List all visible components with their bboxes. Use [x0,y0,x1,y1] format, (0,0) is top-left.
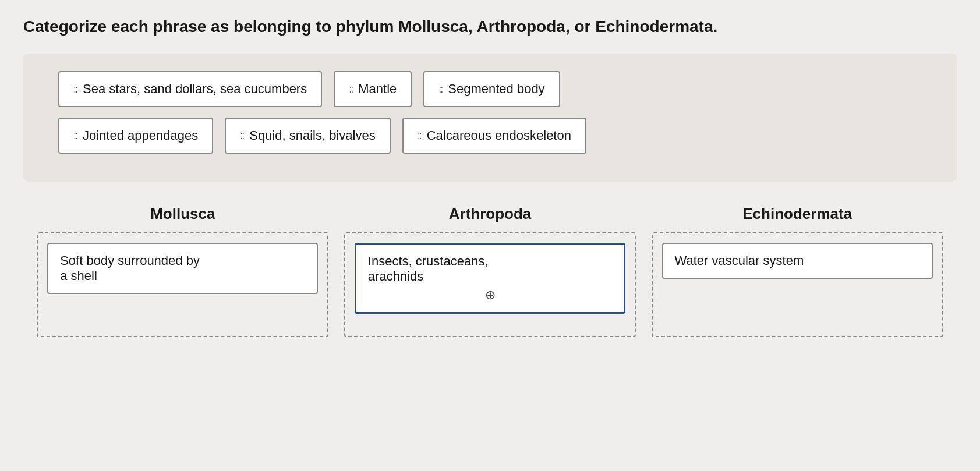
drag-item-segmented-body-label: Segmented body [448,82,544,97]
drag-item-jointed-label: Jointed appendages [83,128,198,143]
placed-water-vascular-label: Water vascular system [675,253,804,268]
handle-icon-2: :: [349,83,352,95]
placed-insects-label: Insects, crustaceans,arachnids [368,254,489,284]
source-row-2: :: Jointed appendages :: Squid, snails, … [58,118,922,154]
handle-icon-1: :: [73,83,77,95]
category-mollusca-title: Mollusca [150,205,215,223]
drag-item-sea-stars-label: Sea stars, sand dollars, sea cucumbers [83,82,307,97]
drag-item-jointed[interactable]: :: Jointed appendages [58,118,213,154]
drag-item-mantle[interactable]: :: Mantle [334,71,412,107]
placed-water-vascular[interactable]: Water vascular system [662,243,933,279]
drag-item-sea-stars[interactable]: :: Sea stars, sand dollars, sea cucumber… [58,71,322,107]
drop-zone-arthropoda[interactable]: Insects, crustaceans,arachnids ⊕ [344,232,636,337]
drag-item-calcareous[interactable]: :: Calcareous endoskeleton [402,118,586,154]
placed-soft-body[interactable]: Soft body surrounded bya shell [47,243,318,294]
drag-item-calcareous-label: Calcareous endoskeleton [427,128,571,143]
category-echinodermata-title: Echinodermata [742,205,852,223]
handle-icon-6: :: [418,130,421,142]
source-row-1: :: Sea stars, sand dollars, sea cucumber… [58,71,922,107]
placed-soft-body-label: Soft body surrounded bya shell [60,253,200,283]
category-mollusca: Mollusca Soft body surrounded bya shell [29,205,337,337]
drag-item-segmented-body[interactable]: :: Segmented body [423,71,560,107]
categories-section: Mollusca Soft body surrounded bya shell … [23,205,957,337]
drag-item-squid-label: Squid, snails, bivalves [249,128,375,143]
category-echinodermata: Echinodermata Water vascular system [643,205,951,337]
handle-icon-5: :: [240,130,243,142]
placed-insects[interactable]: Insects, crustaceans,arachnids ⊕ [355,243,625,314]
drag-item-mantle-label: Mantle [358,82,397,97]
handle-icon-3: :: [438,83,442,95]
drop-zone-echinodermata[interactable]: Water vascular system [652,232,943,337]
category-arthropoda: Arthropoda Insects, crustaceans,arachnid… [337,205,644,337]
move-cursor-icon: ⊕ [368,288,612,303]
category-arthropoda-title: Arthropoda [449,205,532,223]
instruction-text: Categorize each phrase as belonging to p… [23,17,957,36]
source-area: :: Sea stars, sand dollars, sea cucumber… [23,54,957,182]
drop-zone-mollusca[interactable]: Soft body surrounded bya shell [37,232,328,337]
drag-item-squid[interactable]: :: Squid, snails, bivalves [225,118,390,154]
handle-icon-4: :: [73,130,77,142]
